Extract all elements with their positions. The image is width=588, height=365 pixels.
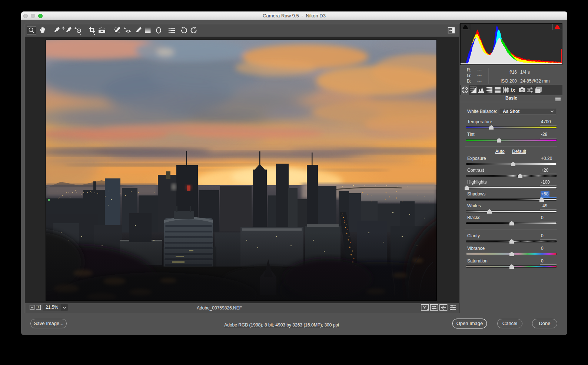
svg-text:fx: fx — [511, 87, 516, 93]
